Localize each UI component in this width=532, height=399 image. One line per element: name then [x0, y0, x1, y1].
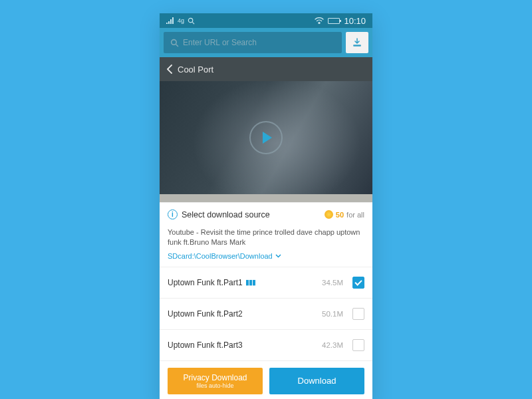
item-checkbox[interactable]	[352, 308, 364, 320]
status-bar: 4g 10:10	[160, 13, 372, 28]
wifi-icon	[315, 17, 324, 24]
video-meta: Youtube - Revisit the time prince trolle…	[160, 225, 372, 267]
coin-suffix: for all	[346, 211, 364, 219]
privacy-button-sublabel: files auto-hide	[196, 382, 233, 389]
svg-point-1	[172, 39, 177, 45]
video-title: Youtube - Revisit the time prince trolle…	[168, 227, 364, 247]
save-path-text: SDcard:\CoolBrowser\Download	[168, 252, 273, 260]
download-button[interactable]: Download	[269, 368, 364, 394]
clock-time: 10:10	[344, 16, 366, 26]
download-button-label: Download	[298, 376, 336, 386]
item-checkbox[interactable]	[352, 277, 364, 289]
download-icon	[352, 37, 362, 48]
item-checkbox[interactable]	[352, 339, 364, 351]
url-input-wrap[interactable]	[164, 32, 342, 53]
coin-icon	[325, 210, 333, 219]
privacy-download-button[interactable]: Privacy Download files auto-hide	[168, 368, 263, 394]
search-icon	[170, 39, 179, 47]
item-size: 50.1M	[322, 310, 343, 318]
download-list: Uptown Funk ft.Part1▮▮▮34.5MUptown Funk …	[160, 267, 372, 360]
coin-count: 50	[336, 211, 344, 219]
item-name: Uptown Funk ft.Part2	[168, 309, 243, 319]
back-icon	[166, 65, 172, 74]
play-icon	[263, 132, 272, 144]
save-path-selector[interactable]: SDcard:\CoolBrowser\Download	[168, 252, 364, 260]
coins-badge: 50 for all	[325, 210, 364, 219]
play-button[interactable]	[249, 121, 283, 154]
panel-header: i Select download source 50 for all	[160, 202, 372, 225]
chevron-down-icon	[275, 254, 281, 258]
item-name: Uptown Funk ft.Part3	[168, 340, 243, 350]
item-size: 34.5M	[322, 279, 343, 287]
equalizer-icon: ▮▮▮	[245, 278, 255, 287]
battery-icon	[328, 18, 340, 24]
divider-bar	[160, 194, 372, 202]
privacy-button-label: Privacy Download	[183, 373, 247, 382]
action-bar: Privacy Download files auto-hide Downloa…	[160, 360, 372, 399]
video-thumbnail[interactable]	[160, 81, 372, 194]
list-item[interactable]: Uptown Funk ft.Part250.1M	[160, 298, 372, 329]
phone-frame: 4g 10:10 Cool Port i	[160, 13, 372, 399]
panel-title: Select download source	[182, 210, 270, 219]
signal-icon	[166, 17, 174, 24]
search-icon	[188, 17, 195, 25]
page-title: Cool Port	[178, 65, 213, 74]
svg-point-0	[188, 18, 192, 22]
item-name: Uptown Funk ft.Part1	[168, 278, 243, 287]
search-input[interactable]	[183, 38, 335, 47]
network-type: 4g	[178, 17, 184, 24]
list-item[interactable]: Uptown Funk ft.Part342.3M	[160, 329, 372, 360]
url-bar	[160, 28, 372, 57]
list-item[interactable]: Uptown Funk ft.Part1▮▮▮34.5M	[160, 267, 372, 298]
item-size: 42.3M	[322, 341, 343, 349]
page-nav[interactable]: Cool Port	[160, 57, 372, 81]
downloads-button[interactable]	[346, 32, 368, 53]
info-icon: i	[168, 209, 178, 219]
